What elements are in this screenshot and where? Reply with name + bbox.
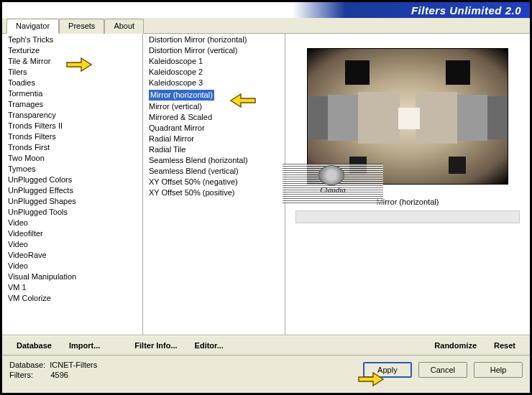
action-buttons: Apply Cancel Help xyxy=(359,362,523,378)
database-button[interactable]: Database xyxy=(8,338,60,353)
filter-item[interactable]: Mirrored & Scaled xyxy=(143,111,285,122)
title-bar: Filters Unlimited 2.0 xyxy=(2,2,530,18)
category-item[interactable]: Video xyxy=(2,238,142,249)
category-item[interactable]: Tilers xyxy=(2,66,142,77)
filter-item[interactable]: Seamless Blend (vertical) xyxy=(143,165,285,176)
filter-item[interactable]: XY Offset 50% (negative) xyxy=(143,176,285,187)
filter-item[interactable]: Kaleidoscope 2 xyxy=(143,66,285,77)
app-title: Filters Unlimited 2.0 xyxy=(411,4,521,17)
category-item[interactable]: Tronds Filters xyxy=(2,131,142,141)
category-item[interactable]: Tronds First xyxy=(2,141,142,152)
category-item[interactable]: UnPlugged Effects xyxy=(2,185,142,195)
filter-item[interactable]: Kaleidoscope 1 xyxy=(143,55,285,66)
category-item[interactable]: Video xyxy=(2,260,142,271)
help-button[interactable]: Help xyxy=(474,362,523,378)
category-item[interactable]: Tormentia xyxy=(2,88,142,98)
category-item[interactable]: UnPlugged Colors xyxy=(2,174,142,185)
category-item[interactable]: Tronds Filters II xyxy=(2,120,142,131)
category-item[interactable]: VideoRave xyxy=(2,249,142,260)
tab-navigator[interactable]: Navigator xyxy=(6,19,59,34)
category-item[interactable]: UnPlugged Tools xyxy=(2,206,142,217)
filter-item[interactable]: Mirror (vertical) xyxy=(143,101,285,111)
filter-item[interactable]: Radial Mirror xyxy=(143,133,285,144)
filter-list[interactable]: Distortion Mirror (horizontal)Distortion… xyxy=(143,34,285,335)
category-item[interactable]: Videofilter xyxy=(2,228,142,238)
filter-item[interactable]: Distortion Mirror (horizontal) xyxy=(143,34,285,45)
import-button[interactable]: Import... xyxy=(60,338,109,353)
tab-presets[interactable]: Presets xyxy=(59,19,104,34)
filter-item[interactable]: Mirror (horizontal) xyxy=(149,90,214,101)
main-area: Teph's TricksTexturizeTile & MirrorTiler… xyxy=(2,34,530,335)
category-item[interactable]: Transparency xyxy=(2,109,142,120)
category-item[interactable]: Video xyxy=(2,217,142,228)
category-item[interactable]: Tymoes xyxy=(2,163,142,174)
filter-item[interactable]: XY Offset 50% (positive) xyxy=(143,187,285,198)
category-item[interactable]: Tile & Mirror xyxy=(2,55,142,66)
filter-info-button[interactable]: Filter Info... xyxy=(126,338,185,353)
category-item[interactable]: Teph's Tricks xyxy=(2,34,142,45)
app-window: Filters Unlimited 2.0 Navigator Presets … xyxy=(1,1,531,394)
toolbar: Database Import... Filter Info... Editor… xyxy=(2,335,530,356)
category-item[interactable]: Texturize xyxy=(2,45,142,55)
filter-item[interactable]: Radial Tile xyxy=(143,144,285,154)
preview-image xyxy=(307,48,508,185)
filter-item[interactable]: Distortion Mirror (vertical) xyxy=(143,45,285,55)
filter-item[interactable]: Quadrant Mirror xyxy=(143,122,285,133)
category-item[interactable]: UnPlugged Shapes xyxy=(2,195,142,206)
param-slider[interactable] xyxy=(295,210,520,223)
slider-area xyxy=(291,210,524,223)
reset-button[interactable]: Reset xyxy=(485,338,524,353)
category-item[interactable]: VM Colorize xyxy=(2,292,142,303)
category-item[interactable]: Two Moon xyxy=(2,152,142,163)
status-info: Database: ICNET-Filters Filters: 4596 xyxy=(9,360,97,380)
filter-item[interactable]: Seamless Blend (horizontal) xyxy=(143,154,285,165)
category-item[interactable]: Visual Manipulation xyxy=(2,271,142,282)
category-item[interactable]: Tramages xyxy=(2,98,142,109)
apply-button[interactable]: Apply xyxy=(363,362,412,378)
filter-item[interactable]: Kaleidoscope 3 xyxy=(143,77,285,88)
current-filter-label: Mirror (horizontal) xyxy=(291,198,524,206)
editor-button[interactable]: Editor... xyxy=(186,338,232,353)
category-item[interactable]: VM 1 xyxy=(2,282,142,292)
cancel-button[interactable]: Cancel xyxy=(418,362,467,378)
tab-strip: Navigator Presets About xyxy=(2,18,530,34)
category-item[interactable]: Toadies xyxy=(2,77,142,88)
status-bar: Database: ICNET-Filters Filters: 4596 Ap… xyxy=(2,356,530,384)
randomize-button[interactable]: Randomize xyxy=(426,338,485,353)
tab-about[interactable]: About xyxy=(104,19,144,34)
category-list[interactable]: Teph's TricksTexturizeTile & MirrorTiler… xyxy=(2,34,143,335)
preview-panel: Mirror (horizontal) xyxy=(285,34,530,335)
